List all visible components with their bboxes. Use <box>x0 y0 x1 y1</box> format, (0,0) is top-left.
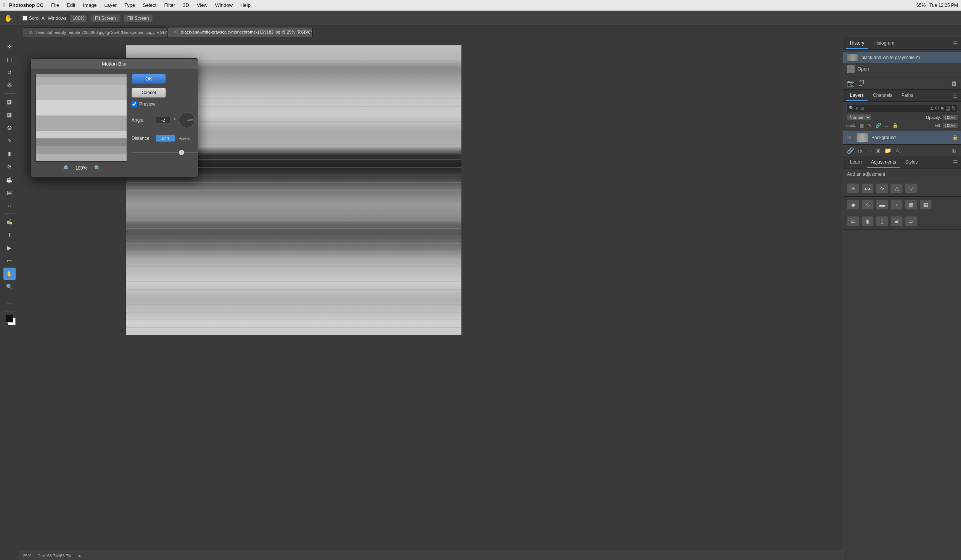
link-layers-btn[interactable]: 🔗 <box>847 147 854 154</box>
adj-bw-btn[interactable]: ▬ <box>876 200 888 210</box>
adj-colorrplookup-btn[interactable]: ▦ <box>919 200 932 210</box>
tab-0[interactable]: ✕ beautiful-beauty-female-2252368.jpg @ … <box>23 27 168 37</box>
layers-panel-menu-icon[interactable]: ☰ <box>953 93 958 99</box>
ok-button[interactable]: OK <box>132 74 166 84</box>
learn-panel-menu-icon[interactable]: ☰ <box>953 159 958 165</box>
fx-btn[interactable]: fx <box>858 148 863 154</box>
blend-mode-select[interactable]: Normal <box>846 114 871 121</box>
pen-tool[interactable]: ✍ <box>3 216 16 228</box>
tab-close-1[interactable]: ✕ <box>174 29 177 35</box>
menu-help[interactable]: Help <box>237 2 254 9</box>
shape-tool[interactable]: ▭ <box>3 255 16 267</box>
menu-type[interactable]: Type <box>121 2 138 9</box>
foreground-color[interactable] <box>6 315 13 323</box>
gradient-tool[interactable]: ▤ <box>3 186 16 199</box>
hand-tool-btn[interactable]: ✋ <box>4 14 13 23</box>
adj-colorbalance-btn[interactable]: ◇ <box>861 200 874 210</box>
lock-transparent-icon[interactable]: ▨ <box>858 122 865 128</box>
fit-screen-button[interactable]: Fit Screen <box>91 14 120 22</box>
scroll-all-input[interactable] <box>22 16 27 21</box>
menu-3d[interactable]: 3D <box>180 2 192 9</box>
layers-search-input[interactable] <box>856 106 929 111</box>
zoom-in-btn[interactable]: 🔍 <box>93 164 101 172</box>
more-tools[interactable]: ⋯ <box>3 297 16 309</box>
adj-hue-btn[interactable]: ◆ <box>847 200 859 210</box>
lock-position-icon[interactable]: 🔗 <box>875 122 881 128</box>
channels-icon[interactable]: ■ <box>941 105 944 111</box>
history-tab[interactable]: History <box>846 38 868 49</box>
delete-layer-btn[interactable]: 🗑 <box>951 148 957 154</box>
adj-levels-btn[interactable]: ▲▲ <box>861 183 874 193</box>
preview-checkbox[interactable] <box>132 101 137 107</box>
tab-1[interactable]: ✕ black-and-white-grayscale-monochrome-1… <box>168 27 313 37</box>
opacity-input[interactable] <box>943 114 958 120</box>
eyedropper-tool[interactable]: ▦ <box>3 109 16 121</box>
adj-brightness-btn[interactable]: ☀ <box>847 183 859 193</box>
lock-pixels-icon[interactable]: ✎ <box>867 122 873 128</box>
eraser-tool[interactable]: ☕ <box>3 173 16 186</box>
marquee-tool[interactable]: ▢ <box>3 53 16 66</box>
distance-slider[interactable] <box>132 152 198 153</box>
adj-channelmixer-btn[interactable]: ▩ <box>905 200 917 210</box>
zoom-out-btn[interactable]: 🔎 <box>61 164 69 172</box>
healing-tool[interactable]: ✪ <box>3 122 16 134</box>
menu-file[interactable]: File <box>48 2 62 9</box>
adj-posterize-btn[interactable]: ▮ <box>861 216 874 226</box>
curves-icon[interactable]: ▤ <box>945 105 950 111</box>
layer-visibility-toggle[interactable]: 👁 <box>846 134 853 141</box>
history-item-1[interactable]: Open <box>843 63 961 75</box>
hand-tool[interactable]: ✋ <box>3 268 16 280</box>
histogram-tab[interactable]: Histogram <box>869 38 898 49</box>
zoom-input[interactable] <box>69 14 88 22</box>
learn-tab[interactable]: Learn <box>846 157 866 168</box>
menu-layer[interactable]: Layer <box>101 2 120 9</box>
tab-close-0[interactable]: ✕ <box>29 30 32 35</box>
adj-threshold-btn[interactable]: ▯ <box>876 216 888 226</box>
menu-filter[interactable]: Filter <box>161 2 178 9</box>
history-delete-btn[interactable]: 🗑 <box>951 80 957 87</box>
app-name[interactable]: Photoshop CC <box>9 2 43 8</box>
text-tool[interactable]: T <box>3 229 16 241</box>
fill-screen-button[interactable]: Fill Screen <box>123 14 153 22</box>
history-snapshot-btn[interactable]: 📷 <box>847 80 855 87</box>
adj-vibrance-btn[interactable]: ▽ <box>905 183 917 193</box>
new-group-btn[interactable]: 📁 <box>884 147 892 154</box>
dodge-tool[interactable]: ○ <box>3 199 16 212</box>
adj-selectivecolor-btn[interactable]: ▱ <box>905 216 917 226</box>
adjustment-btn[interactable]: ◉ <box>876 147 881 154</box>
cancel-button[interactable]: Cancel <box>132 88 166 98</box>
layer-item-background[interactable]: 👁 Background 🔒 <box>843 131 961 144</box>
apple-menu[interactable]:  <box>3 2 5 9</box>
motion-blur-dialog[interactable]: Motion Blur 🔎 100% 🔍 <box>31 58 198 177</box>
distance-input[interactable] <box>156 135 175 142</box>
menu-window[interactable]: Window <box>212 2 236 9</box>
channels-tab[interactable]: Channels <box>869 90 896 101</box>
menu-image[interactable]: Image <box>80 2 100 9</box>
crop-tool[interactable]: ▦ <box>3 96 16 108</box>
path-select-tool[interactable]: ▶ <box>3 242 16 254</box>
menu-select[interactable]: Select <box>140 2 159 9</box>
status-arrow[interactable]: ► <box>78 554 82 558</box>
fx-icon[interactable]: fx <box>951 105 955 111</box>
paths-tab[interactable]: Paths <box>898 90 917 101</box>
brush-tool[interactable]: ✎ <box>3 135 16 147</box>
history-brush-tool[interactable]: ⚙ <box>3 160 16 173</box>
zoom-tool[interactable]: 🔍 <box>3 281 16 293</box>
filter-icon[interactable]: ⍋ <box>930 105 933 111</box>
lock-all-icon[interactable]: 🔒 <box>892 122 898 128</box>
menu-view[interactable]: View <box>194 2 211 9</box>
add-mask-btn[interactable]: ▭ <box>866 147 872 154</box>
adj-exposure-btn[interactable]: △ <box>890 183 903 193</box>
new-layer-btn[interactable]: △ <box>895 147 900 154</box>
history-new-doc-btn[interactable]: 🗍 <box>858 80 865 87</box>
adj-gradientmap-btn[interactable]: ▰ <box>890 216 903 226</box>
lock-artboard-icon[interactable]: ⚋ <box>884 122 890 128</box>
lasso-tool[interactable]: ↺ <box>3 66 16 79</box>
styles-tab[interactable]: Styles <box>902 157 922 168</box>
scroll-all-checkbox[interactable]: Scroll All Windows <box>22 16 66 21</box>
adj-curves-btn[interactable]: ∿ <box>876 183 888 193</box>
history-panel-menu-icon[interactable]: ☰ <box>953 40 958 47</box>
angle-input[interactable] <box>156 117 171 124</box>
settings-icon[interactable]: ⚙ <box>935 105 939 111</box>
clone-tool[interactable]: ▮ <box>3 148 16 160</box>
